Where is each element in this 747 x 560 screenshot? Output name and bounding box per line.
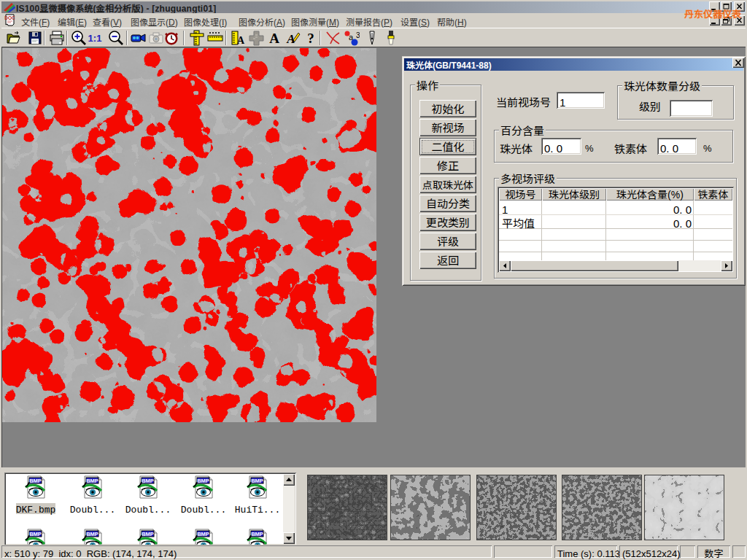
svg-text:DOC: DOC [4, 15, 15, 20]
svg-text:BMP: BMP [251, 478, 263, 484]
svg-text:?: ? [307, 31, 314, 46]
svg-text:A: A [237, 35, 245, 46]
svg-text:1:1: 1:1 [88, 33, 102, 44]
svg-text:BMP: BMP [86, 531, 98, 537]
svg-text:BMP: BMP [29, 478, 42, 484]
svg-text:BMP: BMP [29, 531, 42, 537]
svg-text:BMP: BMP [86, 478, 98, 484]
svg-text:BMP: BMP [197, 531, 209, 537]
svg-text:BMP: BMP [142, 478, 154, 484]
svg-text:3: 3 [356, 31, 360, 39]
svg-text:BMP: BMP [197, 478, 209, 484]
svg-text:BMP: BMP [142, 531, 154, 537]
svg-text:A: A [269, 31, 279, 46]
svg-text:BMP: BMP [251, 531, 263, 537]
